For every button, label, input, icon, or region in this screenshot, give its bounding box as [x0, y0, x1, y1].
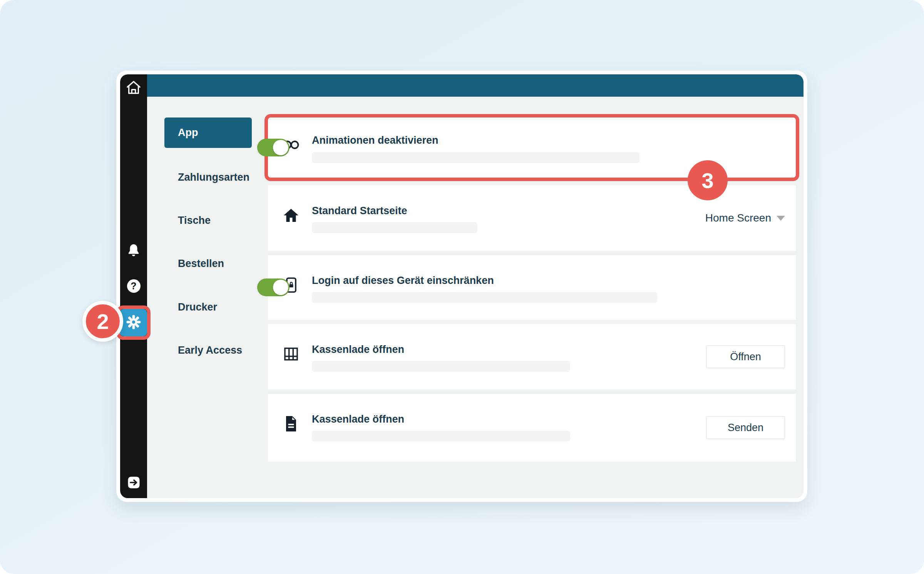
- step-badge-3: 3: [688, 160, 728, 200]
- setting-description-placeholder: [312, 361, 570, 372]
- setting-description-placeholder: [312, 292, 657, 303]
- toggle-knob: [273, 280, 288, 295]
- logout-icon: [127, 476, 140, 490]
- sidebar-item-help[interactable]: ?: [120, 278, 147, 294]
- nav-item-drucker[interactable]: Drucker: [178, 301, 217, 313]
- app-window: ? App Zahlungsarten Tische: [116, 70, 807, 502]
- settings-row-device-login: Login auf dieses Gerät einschränken: [268, 255, 796, 320]
- document-icon: [282, 414, 300, 434]
- home-icon: [126, 80, 142, 97]
- nav-item-tische[interactable]: Tische: [178, 215, 211, 227]
- help-icon: ?: [127, 279, 141, 293]
- setting-label: Kassenlade öffnen: [312, 413, 404, 425]
- animations-toggle[interactable]: [257, 139, 290, 156]
- device-login-toggle[interactable]: [257, 279, 290, 296]
- toggle-knob: [273, 140, 288, 155]
- cash-drawer-icon: [282, 344, 300, 364]
- nav-item-zahlungsarten[interactable]: Zahlungsarten: [178, 171, 249, 183]
- setting-description-placeholder: [312, 222, 477, 233]
- nav-item-early-access[interactable]: Early Access: [178, 344, 242, 356]
- sidebar: ?: [120, 74, 147, 498]
- step-badge-2: 2: [82, 301, 123, 342]
- setting-label: Animationen deaktivieren: [312, 134, 439, 146]
- open-drawer-button[interactable]: Öffnen: [706, 346, 785, 368]
- setting-description-placeholder: [312, 152, 639, 163]
- setting-label: Login auf dieses Gerät einschränken: [312, 275, 494, 287]
- settings-row-cash-drawer-send: Kassenlade öffnen Senden: [268, 394, 796, 462]
- start-page-select[interactable]: Home Screen: [705, 212, 785, 224]
- top-header-bar: [147, 74, 803, 97]
- setting-label: Standard Startseite: [312, 205, 407, 217]
- sidebar-item-settings[interactable]: [120, 309, 147, 336]
- chevron-down-icon: [777, 216, 785, 221]
- settings-row-cash-drawer-open: Kassenlade öffnen Öffnen: [268, 324, 796, 389]
- setting-description-placeholder: [312, 431, 570, 441]
- bell-icon: [127, 243, 140, 259]
- sidebar-item-logout[interactable]: [120, 475, 147, 491]
- send-drawer-button[interactable]: Senden: [706, 416, 785, 439]
- app-window-content: ? App Zahlungsarten Tische: [120, 74, 803, 498]
- nav-item-app[interactable]: App: [164, 117, 252, 148]
- page-background: ? App Zahlungsarten Tische: [0, 0, 924, 574]
- select-value: Home Screen: [705, 212, 771, 224]
- nav-item-bestellen[interactable]: Bestellen: [178, 258, 224, 270]
- home-icon: [282, 205, 300, 225]
- sidebar-item-home[interactable]: [120, 80, 147, 97]
- gear-icon: [126, 314, 142, 332]
- sidebar-item-notifications[interactable]: [120, 243, 147, 259]
- setting-label: Kassenlade öffnen: [312, 344, 404, 356]
